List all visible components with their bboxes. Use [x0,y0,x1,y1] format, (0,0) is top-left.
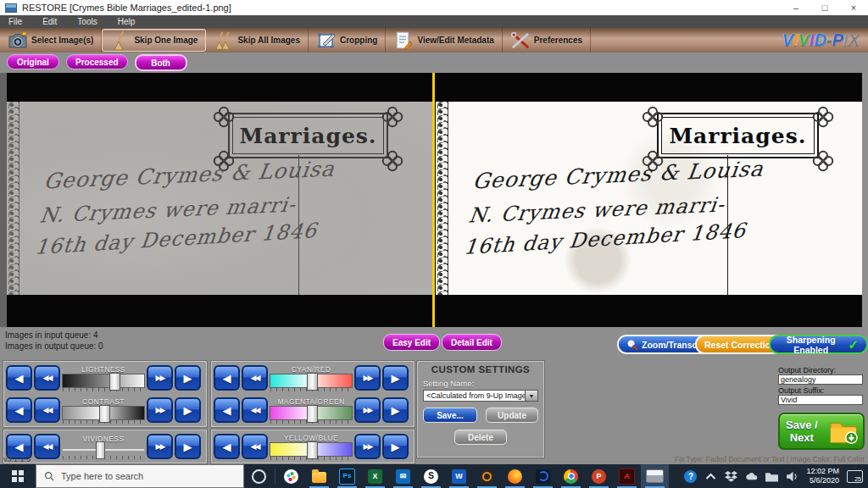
cyanred-slider-handle[interactable] [307,373,318,391]
vividness-slider[interactable] [63,443,144,456]
chevron-up-icon[interactable] [704,470,717,483]
restore-app-taskbar-button[interactable] [641,464,669,488]
lightness-slider[interactable] [62,374,145,388]
photoshop-elements-icon [536,469,550,484]
sharpening-enabled-button[interactable]: Sharpening Enabled ✓ [769,335,868,354]
slack-taskbar-button[interactable] [277,464,305,488]
menu-edit[interactable]: Edit [42,17,57,26]
save-setting-button[interactable]: Save... [423,408,477,423]
toolbar-broom-button[interactable]: Skip One Image [102,29,206,52]
toolbar-crop-button[interactable]: Cropping [309,28,386,53]
cyanred-fast-forward-button[interactable]: ▶▶ [354,365,381,391]
yellowblue-slider-handle[interactable] [307,441,318,459]
chrome-taskbar-button[interactable] [557,464,585,488]
output-directory-input[interactable] [778,374,863,385]
notification-badge[interactable]: 25 [847,470,863,483]
setting-name-select[interactable]: <Calculated from 9-Up Image> [423,390,526,402]
lightness-fast-back-button[interactable]: ◀◀ [34,365,60,391]
minimize-button[interactable]: – [782,0,810,15]
vividness-fast-forward-button[interactable]: ▶▶ [147,434,173,459]
split-divider[interactable] [432,73,435,327]
vividness-step-forward-button[interactable]: ▶ [175,434,201,459]
app-icon-glyph: X [372,473,377,480]
dropdown-arrow-button[interactable]: ▼ [526,390,538,402]
maximize-button[interactable]: □ [810,0,839,15]
cyanred-step-back-button[interactable]: ◀ [214,365,240,391]
folder-tray-icon[interactable] [765,470,778,483]
cortana-button[interactable] [244,464,273,488]
view-tab-original[interactable]: Original [7,54,59,69]
photoshop-taskbar-button[interactable]: Ps [333,464,361,488]
menu-file[interactable]: File [8,17,22,26]
original-image-panel[interactable]: Marriages. George Crymes & Louisa N. Cry… [7,102,432,295]
yellowblue-step-back-button[interactable]: ◀ [214,434,240,459]
yellowblue-fast-back-button[interactable]: ◀◀ [242,434,268,459]
magnifier-icon [626,339,637,350]
start-button[interactable] [0,464,36,488]
acrobat-taskbar-button[interactable]: A [613,464,641,488]
file-explorer-taskbar-button[interactable] [305,464,333,488]
processed-image-panel[interactable]: Marriages. George Crymes & Louisa N. Cry… [436,102,863,295]
toolbar-tools-button[interactable]: Preferences [503,28,591,53]
magentagreen-slider-handle[interactable] [307,405,318,423]
camera-app-taskbar-button[interactable] [473,464,501,488]
yellowblue-slider[interactable] [270,442,353,457]
delete-setting-button[interactable]: Delete [454,430,507,445]
update-setting-button[interactable]: Update [486,408,538,423]
photoshop-elements-taskbar-button[interactable] [529,464,557,488]
lightness-step-back-button[interactable]: ◀ [6,365,32,391]
magentagreen-step-back-button[interactable]: ◀ [214,397,240,423]
cyanred-fast-back-button[interactable]: ◀◀ [242,365,268,391]
outlook-taskbar-button[interactable]: ✉ [389,464,417,488]
view-tab-processed[interactable]: Processed [66,54,128,69]
help-tray-icon[interactable]: ? [684,470,697,483]
contrast-slider[interactable] [62,406,145,420]
magentagreen-step-forward-button[interactable]: ▶ [382,397,409,423]
dropbox-tray-icon[interactable] [725,470,737,483]
yellowblue-fast-forward-button[interactable]: ▶▶ [354,434,381,459]
vividness-slider-handle[interactable] [96,441,105,459]
lightness-step-forward-button[interactable]: ▶ [175,365,201,391]
output-suffix-input[interactable] [778,395,863,405]
skype-taskbar-button[interactable]: S [417,464,445,488]
lightness-slider-handle[interactable] [109,373,120,391]
close-button[interactable]: × [839,0,868,15]
yellowblue-step-forward-button[interactable]: ▶ [382,434,409,459]
speaker-icon[interactable] [786,470,798,483]
powerpoint-taskbar-button[interactable]: P [585,464,613,488]
firefox-taskbar-button[interactable] [501,464,529,488]
detail-edit-button[interactable]: Detail Edit [442,334,502,351]
file-explorer-icon [312,472,326,483]
contrast-fast-forward-button[interactable]: ▶▶ [147,397,173,423]
toolbar-label: Preferences [534,36,582,45]
contrast-fast-back-button[interactable]: ◀◀ [34,397,60,423]
contrast-step-back-button[interactable]: ◀ [6,397,32,423]
handwritten-line: George Crymes & Louisa [42,157,337,194]
easy-edit-button[interactable]: Easy Edit [383,334,440,351]
excel-taskbar-button[interactable]: X [361,464,389,488]
view-tab-both[interactable]: Both [135,54,187,71]
menu-help[interactable]: Help [118,17,136,26]
magentagreen-fast-forward-button[interactable]: ▶▶ [354,397,381,423]
save-next-button[interactable]: Save / Next [778,413,865,450]
word-taskbar-button[interactable]: W [445,464,473,488]
cyanred-slider[interactable] [270,374,353,388]
metadata-icon [393,30,414,51]
taskbar-clock[interactable]: 12:02 PM 5/6/2020 [806,467,839,485]
toolbar-camera-button[interactable]: Select Image(s) [0,28,102,53]
magentagreen-fast-back-button[interactable]: ◀◀ [242,397,268,423]
cyanred-step-forward-button[interactable]: ▶ [382,365,409,391]
menu-tools[interactable]: Tools [77,17,97,26]
handwritten-line: George Crymes & Louisa [471,157,765,194]
toolbar-metadata-button[interactable]: View/Edit Metadata [386,28,502,53]
custom-settings-panel: CUSTOM SETTINGS Setting Name: <Calculate… [417,361,544,458]
vividness-fast-back-button[interactable]: ◀◀ [34,434,60,459]
output-suffix-label: Output Suffix: [778,386,865,395]
contrast-step-forward-button[interactable]: ▶ [175,397,201,423]
lightness-fast-forward-button[interactable]: ▶▶ [147,365,173,391]
taskbar-search[interactable]: Type here to search [36,464,244,488]
magentagreen-slider[interactable] [270,406,353,420]
contrast-slider-handle[interactable] [99,405,110,423]
toolbar-double-broom-button[interactable]: Skip All Images [206,28,309,53]
onedrive-tray-icon[interactable] [745,470,758,483]
